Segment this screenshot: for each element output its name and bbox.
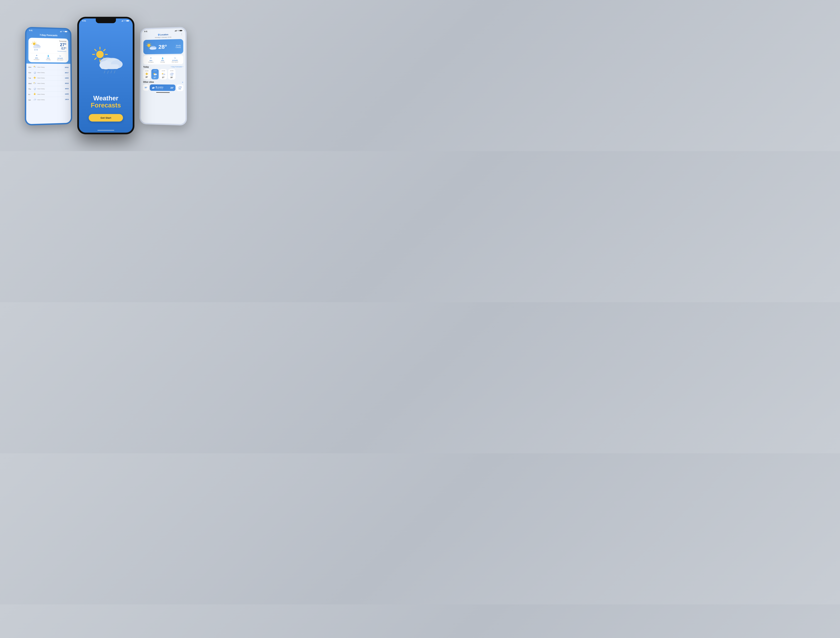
svg-point-89 [146, 73, 148, 75]
svg-rect-88 [150, 48, 156, 49]
svg-line-56 [104, 49, 105, 51]
center-sun-cloud-icon [87, 46, 124, 79]
svg-point-74 [178, 31, 178, 31]
city-temp-badge: 38° [143, 84, 149, 91]
svg-rect-4 [65, 31, 67, 32]
svg-rect-46 [123, 20, 123, 22]
right-sun-cloud-icon [146, 42, 157, 52]
city-rain-icon [177, 85, 182, 90]
forecast-list: Mon Most Cleary 20/16 Sun Most Cleary 30… [26, 63, 71, 124]
wind-stat: 🌬 19 km/h Wind Speed [57, 55, 63, 60]
forecast-row-sat: Sat Most Cleary 19/14 [28, 97, 69, 103]
right-time: 9:41 [144, 30, 147, 32]
today-title: Today [143, 66, 149, 68]
hour-card-13[interactable]: 13:00 27° [151, 69, 159, 79]
center-content: 9:41 [79, 19, 133, 133]
svg-line-13 [36, 42, 36, 43]
svg-line-18 [35, 49, 35, 50]
svg-point-35 [33, 83, 35, 84]
hour-partly-cloudy-icon [153, 72, 157, 76]
svg-point-25 [33, 72, 35, 74]
svg-line-26 [35, 73, 35, 74]
hour-card-12[interactable]: 12:00 28° [143, 69, 150, 79]
svg-line-19 [36, 49, 36, 50]
right-today-header: Today 7-Day Forecasts + [141, 65, 185, 69]
battery-icon [65, 31, 68, 32]
svg-line-83 [147, 44, 147, 44]
forecast-row-tue: Tue Most Cleary 19/29 [28, 76, 68, 81]
forecast-link[interactable]: 7-Day Forecasts + [171, 66, 183, 68]
hour-sunny-icon [145, 72, 149, 76]
left-time: 9:41 [29, 30, 33, 32]
center-signal-icon [122, 20, 123, 22]
right-home-indicator [156, 92, 170, 93]
right-hum-label: Humidity [160, 62, 165, 63]
center-battery-icon [127, 20, 129, 22]
signal-icon [60, 31, 62, 32]
right-more-icon[interactable]: ⋮ [180, 33, 183, 36]
svg-line-104 [172, 75, 173, 76]
temp-low: /17° [57, 47, 66, 50]
city-name: Location [156, 86, 169, 88]
center-status-icons [122, 20, 129, 22]
center-home-indicator [97, 130, 114, 131]
right-wind-stat: 🌬 19 km/h Wind Speed [172, 57, 178, 63]
wind-icon: 🌬 [59, 55, 61, 57]
phone-center: 9:41 [77, 17, 134, 134]
svg-line-11 [32, 42, 33, 42]
svg-rect-0 [60, 32, 60, 32]
right-signal-icon [175, 30, 177, 31]
right-rain-icon: ☂ [150, 57, 152, 60]
add-city-button[interactable]: + [182, 81, 183, 84]
phone-left: 9:41 [25, 27, 72, 126]
hour-card-15[interactable]: 15:00 25° [168, 69, 176, 79]
get-start-button[interactable]: Get Start [89, 114, 123, 122]
svg-rect-49 [127, 20, 129, 21]
wifi-icon [62, 31, 64, 32]
left-main-card: Tomorrow 27° /17° Thundershower ☂ 30% Pr… [28, 38, 68, 62]
sun-cloud-rain-icon [30, 41, 42, 51]
location-text: Location [160, 33, 168, 36]
center-weather-title: Weather [91, 95, 121, 102]
svg-rect-73 [176, 30, 177, 31]
fri-icon [33, 93, 36, 96]
svg-rect-3 [62, 31, 62, 32]
left-card-stats: ☂ 30% Precitation 💧 20% Humidity 🌬 19 km… [30, 53, 66, 60]
forecast-row-thu: Thu Most Cleary 30/24 [28, 86, 69, 92]
prec-label: Precitation [34, 59, 39, 60]
forecast-row-sun: Sun Most Cleary 30/17 [28, 70, 68, 76]
humidity-icon: 💧 [47, 55, 49, 57]
svg-line-39 [35, 90, 35, 90]
hour-card-14[interactable]: 14:00 27° [160, 69, 167, 79]
wind-value: 19 km/h [57, 57, 63, 59]
svg-rect-17 [33, 46, 40, 48]
center-text: Weather Forecasts [91, 95, 121, 114]
hour-rainy-icon [169, 72, 174, 76]
phones-container: 9:41 [25, 17, 187, 134]
tue-icon [33, 76, 36, 80]
svg-line-66 [104, 71, 105, 73]
right-temp-container: 28° [158, 44, 174, 49]
left-header: 7-Day Forecasts ⋮ [26, 32, 70, 39]
svg-point-78 [147, 44, 151, 47]
svg-line-112 [180, 88, 180, 89]
sun-icon [33, 71, 36, 74]
svg-point-96 [154, 74, 156, 76]
city-rain-card[interactable] [176, 85, 183, 91]
notch [96, 19, 116, 23]
condition-label: Thundershower [57, 51, 66, 52]
right-weather-icon [146, 42, 157, 52]
wind-label: Wind Speed [57, 59, 63, 60]
right-wifi-icon [177, 30, 179, 31]
svg-rect-47 [123, 20, 123, 22]
left-more-icon[interactable]: ⋮ [65, 38, 68, 41]
right-wind-icon: 🌬 [174, 57, 176, 59]
svg-point-59 [96, 51, 104, 58]
right-hum-stat: 💧 20% Humidity [160, 57, 165, 63]
svg-line-113 [180, 88, 181, 89]
forecast-row-wed: Wed Most Cleary 35/18 [28, 81, 69, 86]
city-location-card[interactable]: Location Mostly Cloudy 28° [150, 84, 176, 91]
left-status-icons [60, 31, 68, 32]
city-pin-icon [156, 86, 157, 88]
prec-value: 30% [35, 57, 38, 59]
